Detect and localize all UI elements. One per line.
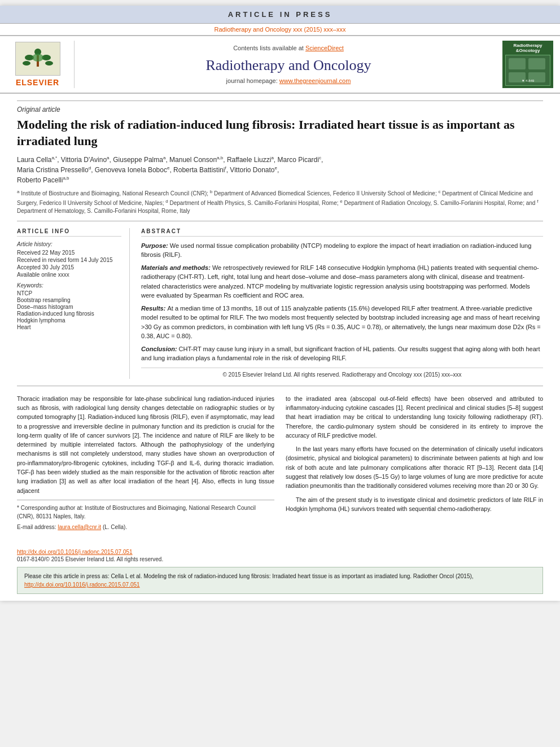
journal-thumbnail: Radiotherapy&Oncology ▼ 4.849 <box>502 41 553 88</box>
abstract-purpose: Purpose: We used normal tissue complicat… <box>141 241 543 260</box>
author-vittorio: Vittorio Donato <box>230 166 274 174</box>
body-text: Thoracic irradiation may be responsible … <box>17 394 543 541</box>
contents-label: Contents lists available at <box>233 45 304 51</box>
keyword-4: Radiation-induced lung fibrosis <box>17 311 121 317</box>
abstract-heading: ABSTRACT <box>141 228 543 237</box>
abstract-conclusion: Conclusion: CHT-RT may cause lung injury… <box>141 344 543 363</box>
author-maria: Maria Cristina Pressello <box>17 166 89 174</box>
cite-banner: Please cite this article in press as: Ce… <box>17 567 543 594</box>
journal-thumb-title: Radiotherapy&Oncology <box>513 43 542 53</box>
purpose-label: Purpose: <box>141 242 170 249</box>
keyword-1: NTCP <box>17 290 121 296</box>
sciencedirect-text[interactable]: ScienceDirect <box>305 45 344 51</box>
article-info-heading: ARTICLE INFO <box>17 228 121 237</box>
article-title: Modeling the risk of radiation-induced l… <box>17 117 543 149</box>
doi-footer: http://dx.doi.org/10.1016/j.radonc.2015.… <box>17 549 543 555</box>
svg-point-4 <box>23 61 30 65</box>
svg-rect-9 <box>509 58 526 69</box>
cite-text: Please cite this article in press as: Ce… <box>24 573 474 579</box>
authors: Laura Cellaa,*, Vittoria D'Avinoa, Giuse… <box>17 155 543 185</box>
abstract-results: Results: At a median time of 13 months, … <box>141 304 543 341</box>
svg-point-7 <box>32 54 43 62</box>
doi-link[interactable]: http://dx.doi.org/10.1016/j.radonc.2015.… <box>17 549 133 555</box>
author-laura: Laura Cella <box>17 156 51 164</box>
results-text: At a median time of 13 months, 18 out of… <box>141 305 541 340</box>
elsevier-logo: ELSEVIER <box>7 41 75 88</box>
abstract-text: Purpose: We used normal tissue complicat… <box>141 241 543 379</box>
purpose-text: We used normal tissue complication proba… <box>141 242 531 259</box>
main-content: Original article Modeling the risk of ra… <box>0 94 560 601</box>
doi-bar: Radiotherapy and Oncology xxx (2015) xxx… <box>0 24 560 35</box>
cite-doi-link[interactable]: http://dx.doi.org/10.1016/j.radonc.2015.… <box>24 582 140 588</box>
revised-date: Received in revised form 14 July 2015 <box>17 257 121 263</box>
body-para-3: In the last years many efforts have focu… <box>286 444 543 490</box>
abstract-methods: Materials and methods: We retrospectivel… <box>141 263 543 300</box>
issn-line: 0167-8140/© 2015 Elsevier Ireland Ltd. A… <box>17 556 543 562</box>
homepage-label: journal homepage: <box>226 77 278 84</box>
email-link[interactable]: laura.cella@cnr.it <box>58 524 101 530</box>
body-col-left: Thoracic irradiation may be responsible … <box>17 394 274 541</box>
journal-homepage: journal homepage: www.thegreenjournal.co… <box>226 77 351 84</box>
history-label: Article history: <box>17 241 121 247</box>
journal-thumb-image: ▼ 4.849 <box>505 55 550 86</box>
svg-point-5 <box>45 61 53 65</box>
author-vittoria: Vittoria D'Avino <box>61 156 107 164</box>
svg-rect-10 <box>528 58 545 69</box>
affiliations: a Institute of Biostructure and Bioimagi… <box>17 189 543 221</box>
author-roberto: Roberto Pacelli <box>17 176 63 184</box>
accepted-date: Accepted 30 July 2015 <box>17 264 121 270</box>
affil-f: Department of Hematology, S. Camillo-For… <box>17 208 190 214</box>
keyword-6: Heart <box>17 324 121 330</box>
footnote-1: * Corresponding author at: Institute of … <box>17 504 274 521</box>
keyword-3: Dose–mass histogram <box>17 304 121 310</box>
keyword-2: Bootstrap resampling <box>17 297 121 303</box>
elsevier-wordmark: ELSEVIER <box>16 78 59 87</box>
received-date: Received 22 May 2015 <box>17 250 121 256</box>
author-genoveva: Genoveva Ionela Boboc <box>95 166 167 174</box>
author-roberta: Roberta Battistini <box>173 166 225 174</box>
body-col-right: to the irradiated area (abscopal out-of-… <box>286 394 543 541</box>
affil-e: Department of Radiation Oncology, S. Cam… <box>344 200 536 206</box>
footnote-email: E-mail address: laura.cella@cnr.it (L. C… <box>17 523 274 532</box>
contents-line: Contents lists available at ScienceDirec… <box>233 45 344 51</box>
journal-header: ELSEVIER Contents lists available at Sci… <box>0 35 560 94</box>
affil-a: Institute of Biostructure and Bioimaging… <box>21 191 208 197</box>
svg-text:▼ 4.849: ▼ 4.849 <box>522 79 535 82</box>
affil-d: Department of Health Physics, S. Camillo… <box>170 200 339 206</box>
keyword-5: Hodgkin lymphoma <box>17 317 121 324</box>
article-info-column: ARTICLE INFO Article history: Received 2… <box>17 228 130 379</box>
page: ARTICLE IN PRESS Radiotherapy and Oncolo… <box>0 6 560 601</box>
affil-b: Department of Advanced Biomedical Scienc… <box>214 191 437 197</box>
body-para-2: to the irradiated area (abscopal out-of-… <box>286 394 543 440</box>
banner-text: ARTICLE IN PRESS <box>228 10 333 19</box>
homepage-url[interactable]: www.thegreenjournal.com <box>279 77 351 84</box>
journal-title-header: Radiotherapy and Oncology <box>205 57 371 74</box>
body-para-4: The aim of the present study is to inves… <box>286 495 543 514</box>
footnote-area: * Corresponding author at: Institute of … <box>17 500 274 537</box>
article-in-press-banner: ARTICLE IN PRESS <box>0 6 560 24</box>
abstract-column: ABSTRACT Purpose: We used normal tissue … <box>141 228 543 379</box>
methods-label: Materials and methods: <box>141 264 212 271</box>
elsevier-logo-image <box>15 42 60 76</box>
conclusion-label: Conclusion: <box>141 346 179 352</box>
author-marco: Marco Picardi <box>278 156 319 164</box>
keywords-label: Keywords: <box>17 282 121 289</box>
online-date: Available online xxxx <box>17 272 121 278</box>
doi-bar-text: Radiotherapy and Oncology xxx (2015) xxx… <box>215 26 346 33</box>
info-abstract-section: ARTICLE INFO Article history: Received 2… <box>17 228 543 386</box>
author-raffaele: Raffaele Liuzzi <box>227 156 272 164</box>
journal-center: Contents lists available at ScienceDirec… <box>80 41 497 88</box>
conclusion-text: CHT-RT may cause lung injury in a small,… <box>141 346 540 362</box>
article-type: Original article <box>17 101 543 113</box>
abstract-copyright: © 2015 Elsevier Ireland Ltd. All rights … <box>141 368 543 379</box>
body-para-1: Thoracic irradiation may be responsible … <box>17 394 274 495</box>
author-manuel: Manuel Conson <box>169 156 217 164</box>
author-giuseppe: Giuseppe Palma <box>113 156 163 164</box>
results-label: Results: <box>141 305 167 312</box>
